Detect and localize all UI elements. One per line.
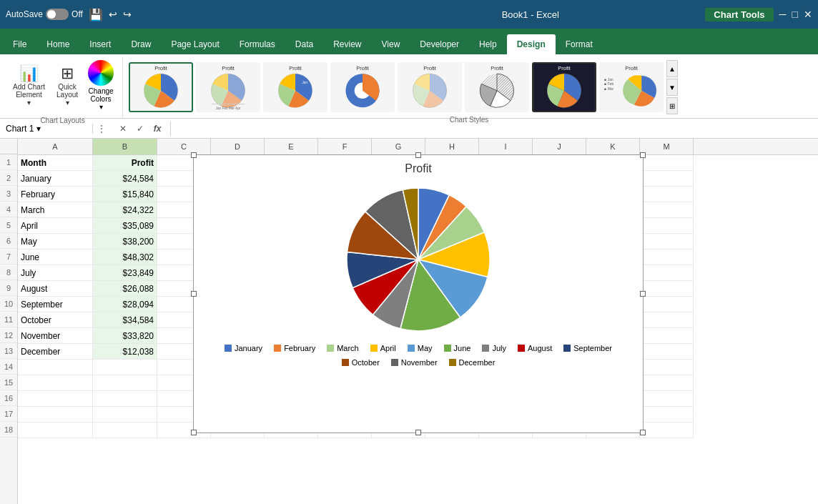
- chart-handle-mr[interactable]: [640, 291, 646, 297]
- chart-style-5[interactable]: Profit: [398, 62, 462, 112]
- name-box-dropdown[interactable]: ▾: [36, 124, 41, 134]
- col-header-m[interactable]: M: [640, 139, 694, 154]
- col-header-b[interactable]: B: [93, 139, 157, 154]
- cell-b9[interactable]: $26,088: [93, 281, 157, 297]
- chart-handle-tl[interactable]: [191, 152, 197, 158]
- gallery-scroll-more[interactable]: ⊞: [666, 97, 678, 114]
- redo-icon[interactable]: ↪: [123, 9, 132, 20]
- col-header-e[interactable]: E: [265, 139, 318, 154]
- cell-b3[interactable]: $15,840: [93, 187, 157, 202]
- quick-layout-button[interactable]: ⊞ QuickLayout ▾: [52, 61, 82, 109]
- cancel-formula-button[interactable]: ✕: [116, 122, 130, 136]
- cell-18-0[interactable]: [18, 423, 93, 438]
- cell-a8[interactable]: July: [18, 265, 93, 281]
- tab-home[interactable]: Home: [36, 34, 79, 54]
- chart-style-2[interactable]: Profit Jan Feb Mar Apr: [196, 62, 260, 112]
- change-colors-button[interactable]: ChangeColors ▾: [85, 57, 117, 114]
- cell-b10[interactable]: $28,094: [93, 297, 157, 312]
- cell-extra-8-9[interactable]: [640, 265, 694, 281]
- cell-a7[interactable]: June: [18, 249, 93, 265]
- cell-extra-3-9[interactable]: [640, 187, 694, 202]
- cell-a5[interactable]: April: [18, 218, 93, 234]
- cell-15-0[interactable]: [18, 375, 93, 391]
- cell-17-0[interactable]: [18, 407, 93, 423]
- restore-icon[interactable]: □: [792, 9, 798, 20]
- cell-a3[interactable]: February: [18, 187, 93, 202]
- cell-extra-7-9[interactable]: [640, 249, 694, 265]
- cell-a11[interactable]: October: [18, 312, 93, 328]
- formula-input[interactable]: [171, 124, 818, 134]
- cell-b6[interactable]: $38,200: [93, 234, 157, 249]
- cell-a10[interactable]: September: [18, 297, 93, 312]
- cell-extra-9-9[interactable]: [640, 281, 694, 297]
- tab-review[interactable]: Review: [323, 34, 371, 54]
- cell-15-11[interactable]: [640, 375, 694, 391]
- col-header-f[interactable]: F: [318, 139, 372, 154]
- cell-a12[interactable]: November: [18, 328, 93, 344]
- tab-view[interactable]: View: [372, 34, 410, 54]
- col-header-h[interactable]: H: [425, 139, 479, 154]
- cell-16-0[interactable]: [18, 391, 93, 407]
- name-box[interactable]: Chart 1 ▾: [0, 124, 93, 134]
- cell-extra-4-9[interactable]: [640, 202, 694, 218]
- col-header-c[interactable]: C: [157, 139, 211, 154]
- cell-b7[interactable]: $48,302: [93, 249, 157, 265]
- cell-b4[interactable]: $24,322: [93, 202, 157, 218]
- tab-page-layout[interactable]: Page Layout: [161, 34, 229, 54]
- tab-formulas[interactable]: Formulas: [230, 34, 285, 54]
- tab-file[interactable]: File: [3, 34, 36, 54]
- chart-handle-bc[interactable]: [415, 430, 421, 435]
- cell-16-1[interactable]: [93, 391, 157, 407]
- cell-b12[interactable]: $33,820: [93, 328, 157, 344]
- tab-design[interactable]: Design: [507, 34, 556, 54]
- chart-handle-ml[interactable]: [191, 291, 197, 297]
- cell-16-11[interactable]: [640, 391, 694, 407]
- cell-b2[interactable]: $24,584: [93, 171, 157, 187]
- cell-17-11[interactable]: [640, 407, 694, 423]
- chart-handle-bl[interactable]: [191, 430, 197, 435]
- name-box-dots[interactable]: ⋮: [93, 124, 110, 134]
- cell-b13[interactable]: $12,038: [93, 344, 157, 360]
- cell-18-1[interactable]: [93, 423, 157, 438]
- cell-14-0[interactable]: [18, 360, 93, 375]
- close-icon[interactable]: ✕: [804, 9, 812, 20]
- tab-help[interactable]: Help: [469, 34, 507, 54]
- tab-draw[interactable]: Draw: [121, 34, 161, 54]
- cell-extra-10-9[interactable]: [640, 297, 694, 312]
- cell-extra-6-9[interactable]: [640, 234, 694, 249]
- col-header-j[interactable]: J: [533, 139, 586, 154]
- cell-18-11[interactable]: [640, 423, 694, 438]
- cell-extra-13-9[interactable]: [640, 344, 694, 360]
- add-chart-element-button[interactable]: 📊 Add ChartElement ▾: [9, 61, 49, 109]
- tab-format[interactable]: Format: [556, 34, 603, 54]
- cell-17-1[interactable]: [93, 407, 157, 423]
- chart-style-4[interactable]: Profit: [330, 62, 395, 112]
- cell-m1[interactable]: [640, 155, 694, 171]
- tab-data[interactable]: Data: [285, 34, 323, 54]
- cell-extra-2-9[interactable]: [640, 171, 694, 187]
- cell-b11[interactable]: $34,584: [93, 312, 157, 328]
- cell-14-1[interactable]: [93, 360, 157, 375]
- fx-button[interactable]: fx: [150, 122, 164, 136]
- chart-style-1[interactable]: Profit: [129, 62, 193, 112]
- chart-style-7[interactable]: Profit: [532, 62, 596, 112]
- cell-extra-5-9[interactable]: [640, 218, 694, 234]
- col-header-i[interactable]: I: [479, 139, 533, 154]
- col-header-a[interactable]: A: [18, 139, 93, 154]
- col-header-k[interactable]: K: [586, 139, 640, 154]
- chart-style-6[interactable]: Profit: [465, 62, 529, 112]
- cell-b1[interactable]: Profit: [93, 155, 157, 171]
- cell-14-11[interactable]: [640, 360, 694, 375]
- chart-area[interactable]: Profit JanuaryFebruaryMarchAprilMayJuneJ…: [193, 154, 644, 433]
- autosave-control[interactable]: AutoSave Off: [6, 9, 83, 20]
- cell-a1[interactable]: Month: [18, 155, 93, 171]
- chart-style-3[interactable]: Profit Jan: [263, 62, 327, 112]
- cell-15-1[interactable]: [93, 375, 157, 391]
- chart-handle-br[interactable]: [640, 430, 646, 435]
- chart-handle-tr[interactable]: [640, 152, 646, 158]
- cell-a9[interactable]: August: [18, 281, 93, 297]
- save-icon[interactable]: 💾: [89, 8, 103, 21]
- confirm-formula-button[interactable]: ✓: [133, 122, 147, 136]
- undo-icon[interactable]: ↩: [109, 9, 117, 20]
- cell-b5[interactable]: $35,089: [93, 218, 157, 234]
